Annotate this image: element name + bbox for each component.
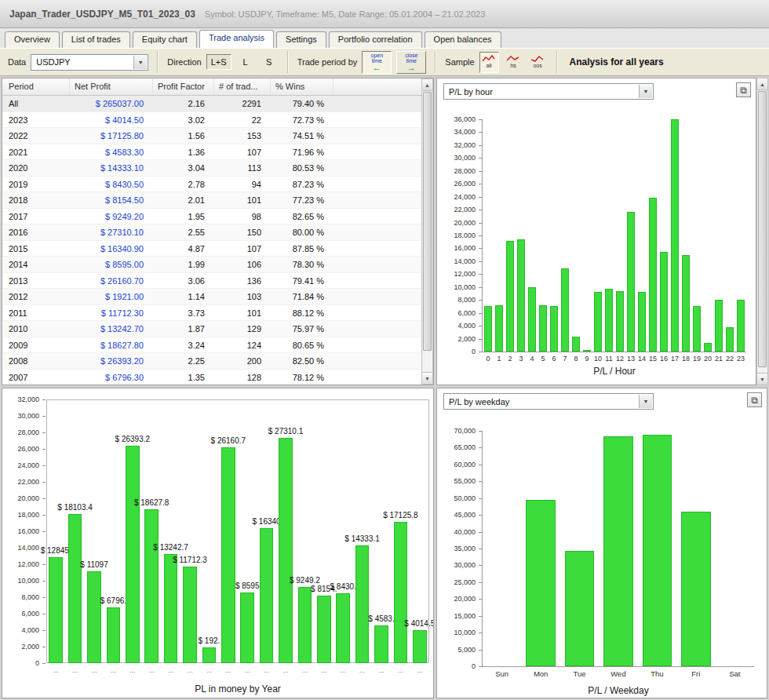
column-header[interactable]: Period bbox=[2, 78, 70, 95]
chart-bar bbox=[715, 300, 723, 352]
table-cell: 4.87 bbox=[153, 241, 214, 257]
scroll-up-icon[interactable]: ▲ bbox=[757, 78, 767, 90]
y-axis-label: 32,000 bbox=[2, 396, 39, 403]
table-row[interactable]: 2021$ 4583.301.3610771.96 % bbox=[2, 144, 433, 161]
x-axis-label: ... bbox=[321, 666, 327, 674]
x-axis-label: ... bbox=[225, 666, 231, 674]
right-scrollbar[interactable]: ▲ ▼ bbox=[756, 78, 768, 385]
y-axis-label: 8,000 bbox=[437, 296, 476, 304]
y-axis-label: 24,000 bbox=[2, 461, 39, 469]
tab-overview[interactable]: Overview bbox=[5, 31, 60, 48]
sample-oos-button[interactable]: oos bbox=[528, 52, 548, 73]
close-time-button[interactable]: close time → bbox=[396, 51, 426, 74]
chart-bar bbox=[681, 512, 711, 666]
column-header[interactable]: Net Profit bbox=[70, 78, 153, 95]
tab-equity-chart[interactable]: Equity chart bbox=[133, 31, 197, 48]
table-row[interactable]: 2016$ 27310.102.5515080.00 % bbox=[2, 224, 433, 241]
y-axis-label: 12,000 bbox=[437, 270, 476, 278]
chart-bar bbox=[660, 252, 669, 352]
table-row[interactable]: 2017$ 9249.201.959882.65 % bbox=[2, 209, 433, 225]
y-axis-label: 14,000 bbox=[2, 544, 39, 552]
tab-open-balances[interactable]: Open balances bbox=[425, 31, 501, 48]
table-row[interactable]: 2020$ 14333.103.0411380.53 % bbox=[2, 160, 433, 177]
table-cell: $ 14333.10 bbox=[70, 160, 153, 176]
table-cell: $ 26393.20 bbox=[70, 353, 153, 369]
bar-value-label: $ 192. bbox=[198, 636, 220, 645]
y-axis-label: 4,000 bbox=[2, 626, 39, 634]
hour-chart-type-value: P/L by hour bbox=[449, 87, 493, 97]
table-cell: 88.12 % bbox=[271, 305, 333, 321]
y-axis-tick bbox=[42, 465, 46, 466]
table-cell: $ 26160.70 bbox=[70, 273, 153, 289]
table-cell: 2019 bbox=[2, 177, 70, 192]
table-cell: $ 27310.10 bbox=[70, 224, 153, 240]
x-axis-label: ... bbox=[111, 666, 117, 674]
hour-chart-type-select[interactable]: P/L by hour ▼ bbox=[443, 83, 654, 100]
table-cell: $ 16340.90 bbox=[70, 241, 153, 257]
weekday-chart-type-select[interactable]: P/L by weekday ▼ bbox=[443, 393, 654, 410]
tab-list-of-trades[interactable]: List of trades bbox=[62, 31, 130, 48]
copy-chart-button[interactable]: ⧉ bbox=[747, 392, 762, 407]
x-axis-label: ... bbox=[72, 666, 78, 674]
table-cell: 94 bbox=[214, 177, 271, 192]
direction-long-short-button[interactable]: L+S bbox=[206, 54, 231, 70]
y-axis-label: 24,000 bbox=[437, 193, 476, 201]
table-row[interactable]: 2007$ 6796.301.3512878.12 % bbox=[2, 370, 433, 385]
chart-bar bbox=[240, 592, 254, 663]
sample-hs-button[interactable]: hs bbox=[504, 52, 523, 73]
column-header[interactable]: % Wins bbox=[271, 78, 333, 95]
column-header[interactable]: Profit Factor bbox=[153, 78, 214, 95]
x-axis-label: ... bbox=[264, 666, 270, 674]
scroll-down-icon[interactable]: ▼ bbox=[422, 372, 432, 384]
sample-all-button[interactable]: all bbox=[479, 52, 499, 73]
window-title: Japan_Trader_USDJPY_M5_T01_2023_03 bbox=[9, 9, 195, 20]
table-row[interactable]: 2023$ 4014.503.022272.73 % bbox=[2, 112, 433, 129]
table-row[interactable]: 2022$ 17125.801.5615374.51 % bbox=[2, 128, 433, 144]
y-axis-label: 70,000 bbox=[437, 427, 476, 435]
table-row[interactable]: 2010$ 13242.701.8712975.97 % bbox=[2, 321, 433, 337]
x-axis-label: 21 bbox=[715, 355, 723, 363]
table-cell: 1.95 bbox=[153, 209, 214, 224]
direction-long-button[interactable]: L bbox=[236, 54, 255, 70]
y-axis-label: 25,000 bbox=[437, 578, 476, 586]
table-cell: 2.55 bbox=[153, 224, 214, 240]
table-row[interactable]: 2013$ 26160.703.0613679.41 % bbox=[2, 273, 433, 290]
table-row[interactable]: 2012$ 1921.001.1410371.84 % bbox=[2, 289, 433, 305]
table-cell: 2018 bbox=[2, 192, 70, 208]
chart-bar bbox=[616, 291, 625, 352]
table-row[interactable]: 2009$ 18627.803.2412480.65 % bbox=[2, 337, 433, 354]
table-cell: 107 bbox=[214, 144, 271, 160]
y-axis-label: 15,000 bbox=[437, 612, 476, 620]
tab-portfolio-correlation[interactable]: Portfolio correlation bbox=[329, 31, 422, 48]
scroll-down-icon[interactable]: ▼ bbox=[757, 373, 767, 385]
open-time-button[interactable]: open time ← bbox=[362, 51, 392, 74]
y-axis-label: 0 bbox=[2, 659, 39, 667]
table-row[interactable]: 2014$ 8595.001.9910678.30 % bbox=[2, 257, 433, 273]
table-row[interactable]: All$ 265037.002.16229179.40 % bbox=[2, 96, 433, 112]
chart-bar bbox=[643, 435, 672, 666]
table-cell: 2017 bbox=[2, 209, 70, 224]
table-row[interactable]: 2019$ 8430.502.789487.23 % bbox=[2, 177, 433, 193]
x-axis-label: 13 bbox=[627, 355, 635, 363]
table-cell: 2011 bbox=[2, 305, 70, 321]
table-row[interactable]: 2008$ 26393.202.2520082.50 % bbox=[2, 353, 433, 370]
x-axis-label: ... bbox=[417, 666, 423, 674]
table-row[interactable]: 2011$ 11712.303.7310188.12 % bbox=[2, 305, 433, 322]
x-axis-label: ... bbox=[91, 666, 97, 674]
table-row[interactable]: 2015$ 16340.904.8710787.85 % bbox=[2, 241, 433, 257]
table-cell: 3.06 bbox=[153, 273, 214, 289]
tab-settings[interactable]: Settings bbox=[276, 31, 326, 48]
tab-trade-analysis[interactable]: Trade analysis bbox=[199, 30, 274, 48]
y-axis-label: 34,000 bbox=[437, 128, 476, 136]
column-header[interactable]: # of trad... bbox=[214, 78, 271, 95]
data-symbol-select[interactable]: USDJPY ▼ bbox=[31, 54, 148, 71]
y-axis-tick bbox=[42, 581, 46, 582]
direction-short-button[interactable]: S bbox=[260, 54, 279, 70]
scrollbar-thumb[interactable] bbox=[423, 92, 432, 351]
copy-chart-button[interactable]: ⧉ bbox=[736, 82, 751, 97]
y-axis-tick bbox=[42, 498, 46, 499]
scroll-up-icon[interactable]: ▲ bbox=[422, 79, 432, 91]
table-scrollbar[interactable]: ▲ ▼ bbox=[421, 78, 433, 385]
scrollbar-thumb[interactable] bbox=[758, 91, 767, 367]
table-row[interactable]: 2018$ 8154.502.0110177.23 % bbox=[2, 192, 433, 209]
